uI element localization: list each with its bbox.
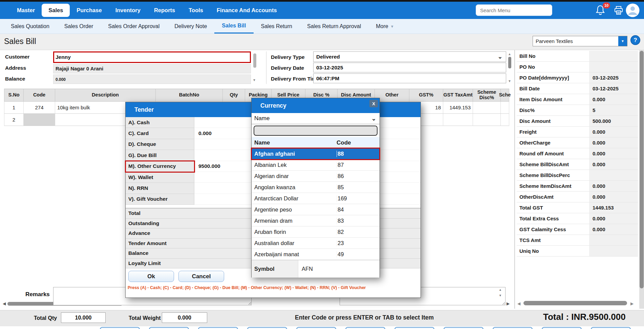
- customer-scrollbar-thumb[interactable]: [253, 53, 256, 68]
- subnav-sales-return-approval[interactable]: Sales Return Approval: [300, 19, 368, 34]
- field-value[interactable]: 0.000: [589, 192, 638, 202]
- tender-option-wallet[interactable]: W). Wallet: [126, 172, 194, 183]
- cell-sno[interactable]: 2: [4, 114, 24, 126]
- delivery-scrollbar-thumb[interactable]: [508, 57, 511, 68]
- field-value[interactable]: 0.000: [589, 224, 638, 235]
- nav-inventory[interactable]: Inventory: [109, 4, 147, 17]
- field-value[interactable]: [589, 246, 638, 256]
- nav-purchase[interactable]: Purchase: [70, 4, 108, 17]
- currency-row[interactable]: Australian dollar23: [252, 238, 380, 249]
- field-value[interactable]: 03-12-2025: [589, 83, 638, 94]
- currency-row[interactable]: Algerian dinar86: [252, 171, 380, 182]
- nav-master[interactable]: Master: [10, 4, 42, 17]
- currency-row[interactable]: Argentine peso84: [252, 204, 380, 215]
- delivery-from-time-input[interactable]: 06:47:PM: [313, 73, 506, 83]
- scroll-right-icon[interactable]: ▶: [630, 301, 634, 306]
- tender-option-other-currency-highlighted[interactable]: M). Other Currency: [126, 161, 194, 172]
- currency-filter-select[interactable]: Name ⌄: [252, 113, 380, 124]
- currency-search-input[interactable]: [254, 126, 378, 136]
- scroll-down-icon[interactable]: ▼: [499, 294, 502, 297]
- close-icon[interactable]: X: [369, 100, 378, 107]
- nav-reports[interactable]: Reports: [147, 4, 182, 17]
- panel-hscroll-thumb[interactable]: [523, 301, 627, 305]
- scroll-left-icon[interactable]: ◀: [517, 301, 520, 306]
- subnav-more[interactable]: More ▼: [368, 19, 401, 34]
- subnav-sales-order[interactable]: Sales Order: [57, 19, 101, 34]
- action-button-stub[interactable]: [100, 327, 140, 329]
- cell-sno[interactable]: 1: [4, 102, 24, 114]
- field-value[interactable]: [589, 62, 638, 72]
- action-button-stub[interactable]: [149, 327, 189, 329]
- cell-scheme-disc[interactable]: [473, 102, 501, 114]
- action-button-stub[interactable]: [493, 327, 533, 329]
- balance-field[interactable]: 0.000: [53, 74, 251, 84]
- cell-gst-taxamt[interactable]: 1449.153: [443, 102, 473, 114]
- field-value[interactable]: [589, 170, 638, 180]
- currency-row[interactable]: Angolan kwanza85: [252, 182, 380, 193]
- action-button-stub[interactable]: [444, 327, 484, 329]
- field-value[interactable]: [589, 235, 638, 245]
- nav-finance-and-accounts[interactable]: Finance And Accounts: [210, 4, 284, 17]
- tender-option-rrn[interactable]: N). RRN: [126, 183, 194, 194]
- scroll-down-icon[interactable]: ▼: [253, 78, 256, 82]
- currency-row[interactable]: Antarctican Dollar169: [252, 193, 380, 204]
- tender-option-gift-voucher[interactable]: V). Gift Voucher: [126, 194, 194, 205]
- field-value[interactable]: 5: [589, 105, 638, 115]
- tender-option-cash[interactable]: A). Cash: [126, 117, 194, 128]
- field-value[interactable]: 0.000: [589, 137, 638, 148]
- currency-row-selected[interactable]: Afghan afghani88: [252, 148, 380, 159]
- tender-option-card[interactable]: C). Card: [126, 128, 194, 139]
- currency-row[interactable]: Albanian Lek87: [252, 159, 380, 171]
- company-select[interactable]: Parveen Textiles ▼: [533, 36, 627, 46]
- action-button-stub[interactable]: [345, 327, 385, 329]
- field-value[interactable]: 0.000: [589, 181, 638, 191]
- tender-option-cheque[interactable]: D). Cheque: [126, 139, 194, 150]
- cell-scheme-disc[interactable]: [473, 114, 501, 126]
- field-value[interactable]: 0.000: [589, 213, 638, 224]
- action-button-stub[interactable]: [296, 327, 336, 329]
- action-button-stub[interactable]: [198, 327, 238, 329]
- panel-vscroll-thumb[interactable]: [640, 51, 644, 288]
- field-value[interactable]: 0.000: [589, 148, 638, 159]
- nav-tools[interactable]: Tools: [182, 4, 210, 17]
- field-value[interactable]: 500.000: [589, 116, 638, 126]
- subnav-delivery-note[interactable]: Delivery Note: [167, 19, 214, 34]
- address-field[interactable]: Rajaji Nagar 0 Arani: [53, 64, 251, 73]
- scroll-up-icon[interactable]: ▲: [499, 288, 502, 291]
- customer-field-highlighted[interactable]: [53, 51, 251, 63]
- cell-scheme-cut[interactable]: [501, 114, 509, 126]
- total-weight-input[interactable]: [162, 312, 207, 323]
- search-menu-input[interactable]: [476, 4, 552, 16]
- cell-code[interactable]: 274: [24, 102, 55, 114]
- action-button-stub[interactable]: [591, 327, 631, 329]
- action-button-stub[interactable]: [247, 327, 287, 329]
- scroll-up-icon[interactable]: ▲: [508, 52, 511, 56]
- field-value[interactable]: 0.000: [589, 127, 638, 137]
- ok-button[interactable]: Ok: [128, 271, 174, 282]
- subnav-sales-bill[interactable]: Sales Bill: [214, 19, 253, 34]
- tender-option-due-bill[interactable]: G). Due Bill: [126, 150, 194, 161]
- scroll-down-icon[interactable]: ▼: [508, 79, 511, 83]
- field-value[interactable]: 1449.153: [589, 202, 638, 213]
- cell-scheme-cut[interactable]: [501, 102, 509, 114]
- nav-sales[interactable]: Sales: [42, 4, 70, 17]
- currency-row[interactable]: Armenian dram83: [252, 215, 380, 226]
- user-avatar[interactable]: [626, 3, 640, 19]
- subnav-sales-order-approval[interactable]: Sales Order Approval: [101, 19, 167, 34]
- delivery-type-select[interactable]: Delivered ⌄: [313, 51, 506, 62]
- printer-icon[interactable]: [614, 6, 624, 17]
- subnav-sales-return[interactable]: Sales Return: [254, 19, 300, 34]
- field-value[interactable]: 0.000: [589, 94, 638, 105]
- cell-gst-taxamt[interactable]: [443, 114, 473, 126]
- help-button[interactable]: ?: [630, 35, 640, 45]
- cell-code-focused[interactable]: [24, 114, 55, 126]
- field-value[interactable]: [589, 51, 638, 61]
- cancel-button[interactable]: Cancel: [178, 271, 224, 282]
- scroll-right-icon[interactable]: ▶: [507, 301, 510, 306]
- scroll-left-icon[interactable]: ◀: [3, 301, 6, 306]
- action-button-stub[interactable]: [394, 327, 434, 329]
- total-qty-input[interactable]: [61, 312, 106, 323]
- action-button-stub[interactable]: [542, 327, 582, 329]
- delivery-date-input[interactable]: 03-12-2025: [313, 63, 506, 72]
- currency-row[interactable]: Aruban florin82: [252, 226, 380, 238]
